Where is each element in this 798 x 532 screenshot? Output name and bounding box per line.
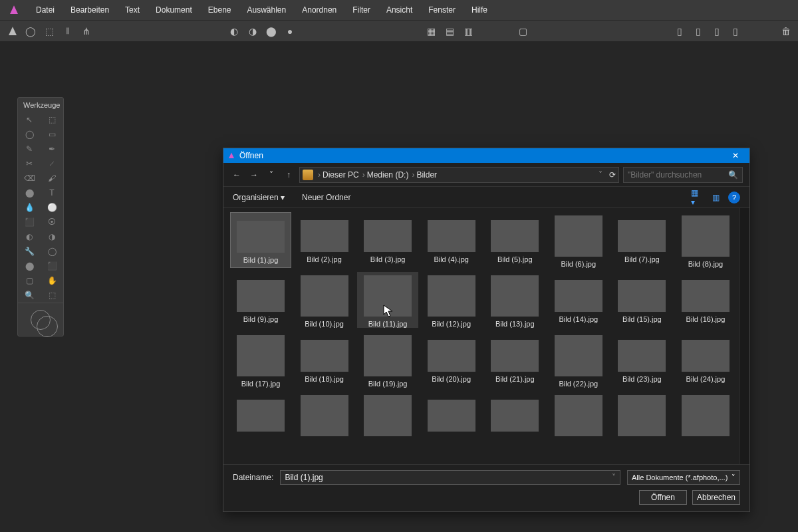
tool-0[interactable]: ↖	[18, 112, 41, 127]
breadcrumb-segment[interactable]: ›Medien (D:)	[360, 170, 409, 180]
organize-button[interactable]: Organisieren ▾	[233, 193, 285, 202]
file-thumb[interactable]: Bild (17).jpg	[230, 332, 291, 388]
file-thumb[interactable]	[294, 392, 355, 436]
address-dropdown-icon[interactable]: ˅	[598, 170, 602, 180]
tool-19[interactable]: ◯	[41, 244, 63, 259]
file-thumb[interactable]: Bild (15).jpg	[611, 272, 672, 328]
thumbnail-area[interactable]: Bild (1).jpgBild (2).jpgBild (3).jpgBild…	[223, 208, 739, 464]
tool-16[interactable]: ◐	[18, 229, 41, 244]
align-a-icon[interactable]: ▯	[672, 23, 688, 39]
grid-a-icon[interactable]: ▦	[423, 23, 439, 39]
tool-3[interactable]: ▭	[41, 127, 63, 142]
align-b-icon[interactable]: ▯	[690, 23, 706, 39]
tool-6[interactable]: ✂	[18, 156, 41, 171]
file-thumb[interactable]: Bild (5).jpg	[484, 212, 545, 268]
circle-icon[interactable]: ◯	[23, 23, 39, 39]
tool-15[interactable]: ⦿	[41, 215, 63, 229]
cancel-button[interactable]: Abbrechen	[692, 490, 740, 505]
file-thumb[interactable]	[230, 392, 291, 436]
tool-5[interactable]: ✒	[41, 142, 63, 156]
dot-icon[interactable]: ●	[282, 23, 298, 39]
menu-ebene[interactable]: Ebene	[200, 5, 239, 15]
tool-23[interactable]: ✋	[41, 273, 63, 288]
close-button[interactable]: ✕	[726, 151, 745, 160]
file-thumb[interactable]: Bild (16).jpg	[675, 272, 736, 328]
file-thumb[interactable]: Bild (3).jpg	[357, 212, 418, 268]
cube-icon[interactable]: ⬚	[41, 23, 57, 39]
file-thumb[interactable]: Bild (24).jpg	[675, 332, 736, 388]
halfcircle-icon[interactable]: ◐	[226, 23, 242, 39]
square-icon[interactable]: ▢	[515, 23, 531, 39]
file-thumb[interactable]	[611, 392, 672, 436]
file-thumb[interactable]: Bild (22).jpg	[548, 332, 609, 388]
file-thumb[interactable]: Bild (4).jpg	[421, 212, 482, 268]
search-box[interactable]: 🔍	[623, 167, 743, 183]
drop-history-button[interactable]: ˅	[265, 170, 278, 180]
file-thumb[interactable]: Bild (13).jpg	[484, 272, 545, 328]
file-thumb[interactable]: Bild (7).jpg	[611, 212, 672, 268]
menu-filter[interactable]: Filter	[344, 5, 378, 15]
file-thumb[interactable]: Bild (18).jpg	[294, 332, 355, 388]
file-thumb[interactable]	[421, 392, 482, 436]
file-thumb[interactable]: Bild (8).jpg	[675, 212, 736, 268]
file-thumb[interactable]: Bild (6).jpg	[548, 212, 609, 268]
menu-hilfe[interactable]: Hilfe	[464, 5, 495, 15]
tool-22[interactable]: ▢	[18, 273, 41, 288]
up-button[interactable]: ↑	[282, 170, 295, 180]
file-thumb[interactable]: Bild (23).jpg	[611, 332, 672, 388]
tool-18[interactable]: 🔧	[18, 244, 41, 259]
menu-ansicht[interactable]: Ansicht	[378, 5, 420, 15]
new-folder-button[interactable]: Neuer Ordner	[302, 193, 350, 202]
tool-12[interactable]: 💧	[18, 200, 41, 215]
file-thumb[interactable]	[548, 392, 609, 436]
forward-button[interactable]: →	[247, 170, 261, 180]
file-thumb[interactable]: Bild (19).jpg	[357, 332, 418, 388]
menu-auswählen[interactable]: Auswählen	[239, 5, 294, 15]
bars-icon[interactable]: ⦀	[60, 23, 76, 39]
tool-9[interactable]: 🖌	[41, 171, 63, 186]
tool-4[interactable]: ✎	[18, 142, 41, 156]
file-thumb[interactable]: Bild (14).jpg	[548, 272, 609, 328]
tool-2[interactable]: ◯	[18, 127, 41, 142]
tool-24[interactable]: 🔍	[18, 288, 41, 303]
menu-bearbeiten[interactable]: Bearbeiten	[63, 5, 117, 15]
menu-dokument[interactable]: Dokument	[148, 5, 200, 15]
contrast-icon[interactable]: ◑	[245, 23, 261, 39]
tool-7[interactable]: ⟋	[41, 156, 63, 171]
filename-combo[interactable]: Bild (1).jpg ˅	[280, 470, 620, 485]
file-thumb[interactable]: Bild (10).jpg	[294, 272, 355, 328]
grid-b-icon[interactable]: ▤	[442, 23, 458, 39]
file-thumb[interactable]: Bild (2).jpg	[294, 212, 355, 268]
preview-pane-button[interactable]: ▥	[710, 192, 722, 203]
menu-text[interactable]: Text	[117, 5, 148, 15]
share-icon[interactable]: ⋔	[78, 23, 94, 39]
color-swatch[interactable]	[18, 303, 63, 336]
breadcrumb[interactable]: ›Dieser PC›Medien (D:)›Bilder	[316, 170, 437, 180]
breadcrumb-segment[interactable]: ›Bilder	[410, 170, 437, 180]
tool-11[interactable]: T	[41, 186, 63, 200]
tool-10[interactable]: ⬤	[18, 186, 41, 200]
breadcrumb-segment[interactable]: ›Dieser PC	[316, 170, 359, 180]
trash-icon[interactable]: 🗑	[778, 23, 794, 39]
filetype-filter[interactable]: Alle Dokumente (*.afphoto,...) ˅	[627, 470, 740, 485]
scrollbar[interactable]	[739, 208, 749, 464]
menu-datei[interactable]: Datei	[28, 5, 63, 15]
file-thumb[interactable]: Bild (9).jpg	[230, 272, 291, 328]
file-thumb[interactable]: Bild (21).jpg	[484, 332, 545, 388]
tool-14[interactable]: ⬛	[18, 215, 41, 229]
menu-anordnen[interactable]: Anordnen	[294, 5, 344, 15]
tool-13[interactable]: ⚪	[41, 200, 63, 215]
drop-icon[interactable]: ⬤	[263, 23, 279, 39]
view-mode-button[interactable]: ▦ ▾	[691, 192, 703, 203]
help-button[interactable]: ?	[728, 192, 740, 203]
tool-25[interactable]: ⬚	[41, 288, 63, 303]
grid-c-icon[interactable]: ▥	[460, 23, 476, 39]
search-input[interactable]	[628, 170, 728, 180]
tool-1[interactable]: ⬚	[41, 112, 63, 127]
dialog-titlebar[interactable]: Öffnen ✕	[223, 148, 749, 163]
tool-21[interactable]: ⬛	[41, 259, 63, 273]
file-thumb[interactable]: Bild (11).jpg	[357, 272, 418, 328]
align-d-icon[interactable]: ▯	[728, 23, 743, 39]
address-bar[interactable]: ›Dieser PC›Medien (D:)›Bilder ˅ ⟳	[299, 167, 619, 183]
file-thumb[interactable]	[675, 392, 736, 436]
